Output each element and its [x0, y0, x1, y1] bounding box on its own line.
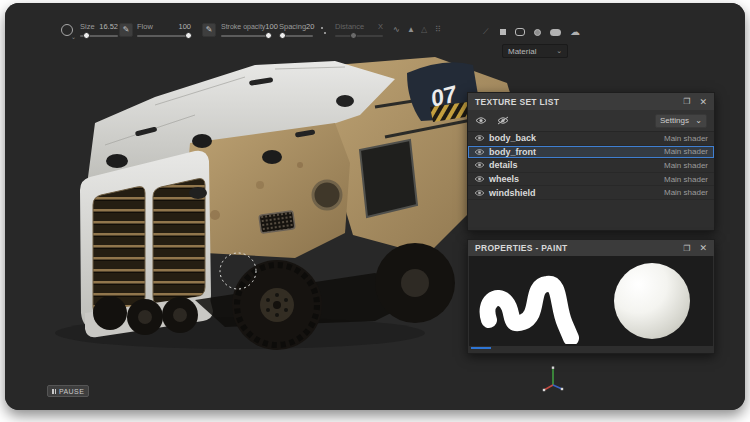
- brush-preview-area[interactable]: [469, 256, 713, 346]
- texture-set-row-body-front[interactable]: body_front Main shader: [468, 146, 714, 160]
- texture-set-name: body_back: [489, 133, 536, 143]
- settings-dropdown-value: Settings: [660, 116, 689, 125]
- brush-preview-chevron-icon[interactable]: ⌄: [71, 33, 76, 40]
- circle-shape-icon[interactable]: [534, 29, 541, 36]
- solo-visibility-icon[interactable]: [497, 116, 509, 125]
- distance-slider-knob[interactable]: [350, 32, 357, 39]
- properties-header[interactable]: PROPERTIES - PAINT ❐ ✕: [468, 240, 714, 256]
- screenshot-stage: 07: [0, 0, 750, 422]
- chevron-down-icon: ⌄: [695, 116, 702, 125]
- material-sphere-preview[interactable]: [614, 263, 690, 339]
- stroke-shape-toolbar: ⟋ ☁: [483, 27, 580, 37]
- size-slider[interactable]: [80, 35, 118, 37]
- properties-paint-panel: PROPERTIES - PAINT ❐ ✕: [467, 239, 715, 354]
- pause-label: PAUSE: [59, 388, 84, 395]
- settings-dropdown[interactable]: Settings ⌄: [655, 114, 707, 128]
- contextual-toolbar: ⌄ Size 16.52 ✎ Flow 100 ✎: [5, 3, 745, 63]
- toggle-all-visibility-icon[interactable]: [475, 116, 487, 125]
- size-label: Size: [80, 22, 95, 31]
- brush-stroke-preview[interactable]: [473, 258, 593, 344]
- texture-set-row-wheels[interactable]: wheels Main shader: [468, 173, 714, 187]
- shader-label: Main shader: [664, 147, 708, 156]
- material-mode-dropdown[interactable]: Material ⌄: [502, 44, 568, 58]
- undock-icon[interactable]: ❐: [683, 244, 690, 253]
- texture-set-list-header[interactable]: TEXTURE SET LIST ❐ ✕: [468, 93, 714, 110]
- cloud-icon[interactable]: ☁: [570, 27, 580, 37]
- spacing-slider[interactable]: [279, 35, 313, 37]
- origin-gizmo: [538, 363, 568, 395]
- pencil-icon: ✎: [206, 25, 213, 34]
- shader-label: Main shader: [664, 188, 708, 197]
- 3d-viewport[interactable]: 07: [5, 3, 745, 410]
- flow-pencil-pressure-button[interactable]: ✎: [202, 23, 216, 37]
- symmetry-ghost-icon[interactable]: △: [421, 25, 427, 34]
- spacing-slider-knob[interactable]: [279, 32, 286, 39]
- texture-set-list-title: TEXTURE SET LIST: [475, 97, 559, 107]
- grid-snap-icon[interactable]: ⠿: [435, 25, 441, 34]
- flow-value: 100: [178, 22, 191, 31]
- stroke-opacity-slider-group: Stroke opacity 100: [221, 22, 271, 37]
- spacing-value: 20: [306, 22, 314, 31]
- eye-icon[interactable]: [474, 134, 485, 142]
- flow-slider[interactable]: [137, 35, 191, 37]
- spacing-slider-group: Spacing 20: [279, 22, 313, 37]
- material-dropdown-value: Material: [508, 47, 536, 56]
- texture-set-row-details[interactable]: details Main shader: [468, 159, 714, 173]
- pencil-icon: ✎: [123, 25, 130, 34]
- texture-set-row-body-back[interactable]: body_back Main shader: [468, 132, 714, 146]
- flow-label: Flow: [137, 22, 153, 31]
- close-icon[interactable]: ✕: [699, 243, 707, 253]
- size-value: 16.52: [99, 22, 118, 31]
- stroke-opacity-value: 100: [265, 22, 278, 31]
- undock-icon[interactable]: ❐: [683, 97, 690, 106]
- size-slider-group: Size 16.52: [80, 22, 118, 37]
- scroll-indicator[interactable]: [471, 347, 491, 349]
- pause-button[interactable]: PAUSE: [47, 385, 89, 397]
- eye-icon[interactable]: [474, 189, 485, 197]
- size-slider-knob[interactable]: [83, 32, 90, 39]
- texture-set-row-windshield[interactable]: windshield Main shader: [468, 186, 714, 200]
- stroke-dots-icon[interactable]: [321, 27, 327, 35]
- texture-set-list-toolbar: Settings ⌄: [468, 110, 714, 132]
- shader-label: Main shader: [664, 134, 708, 143]
- stroke-opacity-slider-knob[interactable]: [265, 32, 272, 39]
- distance-value: X: [378, 22, 383, 31]
- flow-slider-knob[interactable]: [185, 32, 192, 39]
- texture-set-list-panel: TEXTURE SET LIST ❐ ✕ Settings ⌄: [467, 92, 715, 231]
- flow-slider-group: Flow 100: [137, 22, 191, 37]
- texture-set-name: windshield: [489, 188, 536, 198]
- stroke-opacity-label: Stroke opacity: [221, 23, 265, 30]
- shader-label: Main shader: [664, 175, 708, 184]
- path-tool-icon[interactable]: ⟋: [483, 28, 491, 36]
- pause-icon: [52, 389, 56, 394]
- eye-icon[interactable]: [474, 175, 485, 183]
- properties-title: PROPERTIES - PAINT: [475, 243, 568, 253]
- chevron-down-icon: ⌄: [556, 47, 562, 55]
- lazy-mouse-icon[interactable]: ∿: [393, 25, 400, 34]
- size-pencil-pressure-button[interactable]: ✎: [119, 23, 133, 37]
- distance-slider[interactable]: [335, 35, 383, 37]
- eye-icon[interactable]: [474, 161, 485, 169]
- distance-label: Distance: [335, 22, 364, 31]
- truck-model[interactable]: 07: [45, 45, 525, 375]
- square-shape-icon[interactable]: [500, 29, 506, 35]
- stroke-opacity-slider[interactable]: [221, 35, 271, 37]
- ellipse-shape-icon[interactable]: [550, 29, 561, 36]
- close-icon[interactable]: ✕: [699, 97, 707, 107]
- texture-set-name: body_front: [489, 147, 536, 157]
- shader-label: Main shader: [664, 161, 708, 170]
- eye-icon[interactable]: [474, 148, 485, 156]
- app-window: 07: [5, 3, 745, 410]
- texture-set-name: wheels: [489, 174, 519, 184]
- texture-set-name: details: [489, 160, 518, 170]
- spacing-label: Spacing: [279, 22, 306, 31]
- rect-shape-icon[interactable]: [515, 28, 525, 36]
- distance-slider-group: Distance X: [335, 22, 383, 37]
- symmetry-icon[interactable]: ▲: [407, 25, 415, 34]
